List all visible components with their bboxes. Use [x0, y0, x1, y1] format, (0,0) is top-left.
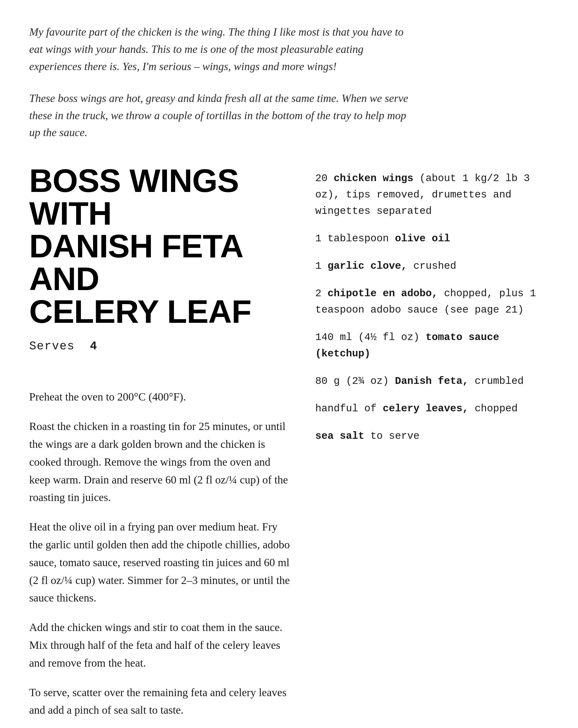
recipe-title-line2: DANISH FETA AND — [29, 228, 242, 297]
ingredient-quantity-6: handful of — [315, 403, 383, 415]
ingredient-quantity-2: 1 — [315, 260, 328, 272]
ingredient-list: 20 chicken wings (about 1 kg/2 lb 3 oz),… — [315, 170, 549, 444]
ingredient-item-7: sea salt to serve — [315, 428, 549, 444]
serves-line: Serves 4 — [29, 340, 292, 353]
ingredient-bold-3: chipotle en adobo, — [328, 288, 438, 300]
instruction-paragraph-2: Heat the olive oil in a frying pan over … — [29, 518, 292, 607]
instruction-paragraph-1: Roast the chicken in a roasting tin for … — [29, 417, 292, 506]
ingredient-item-3: 2 chipotle en adobo, chopped, plus 1 tea… — [315, 285, 549, 318]
ingredient-item-5: 80 g (2¾ oz) Danish feta, crumbled — [315, 373, 549, 389]
serves-label: Serves — [29, 340, 75, 353]
ingredient-rest-5: crumbled — [469, 375, 524, 387]
intro-paragraph-1: My favourite part of the chicken is the … — [29, 23, 409, 75]
ingredient-bold-1: olive oil — [395, 233, 450, 244]
ingredient-bold-7: sea salt — [315, 430, 364, 442]
recipe-title: BOSS WINGS WITH DANISH FETA AND CELERY L… — [29, 164, 292, 328]
ingredient-bold-2: garlic clove, — [328, 260, 407, 272]
ingredient-item-4: 140 ml (4½ fl oz) tomato sauce (ketchup) — [315, 329, 549, 362]
ingredient-quantity-4: 140 ml (4½ fl oz) — [315, 332, 425, 343]
recipe-title-line1: BOSS WINGS WITH — [29, 162, 239, 232]
ingredient-bold-5: Danish feta, — [395, 375, 469, 387]
recipe-title-line3: CELERY LEAF — [29, 293, 251, 330]
ingredient-bold-6: celery leaves, — [383, 403, 469, 415]
ingredient-rest-2: crushed — [407, 260, 456, 272]
ingredient-quantity-0: 20 — [315, 173, 334, 184]
ingredient-rest-7: to serve — [364, 430, 419, 442]
ingredient-item-0: 20 chicken wings (about 1 kg/2 lb 3 oz),… — [315, 170, 549, 219]
left-column: BOSS WINGS WITH DANISH FETA AND CELERY L… — [29, 164, 292, 728]
instructions: Preheat the oven to 200°C (400°F).Roast … — [29, 388, 292, 719]
ingredient-item-6: handful of celery leaves, chopped — [315, 400, 549, 417]
main-content: BOSS WINGS WITH DANISH FETA AND CELERY L… — [29, 164, 549, 728]
ingredient-quantity-1: 1 tablespoon — [315, 233, 395, 244]
serves-value: 4 — [90, 340, 98, 353]
ingredient-bold-0: chicken wings — [334, 173, 413, 184]
instruction-paragraph-3: Add the chicken wings and stir to coat t… — [29, 619, 292, 672]
ingredient-quantity-5: 80 g (2¾ oz) — [315, 375, 395, 387]
instruction-paragraph-0: Preheat the oven to 200°C (400°F). — [29, 388, 292, 406]
ingredient-quantity-3: 2 — [315, 288, 328, 300]
ingredient-item-2: 1 garlic clove, crushed — [315, 258, 549, 274]
ingredient-item-1: 1 tablespoon olive oil — [315, 231, 549, 247]
right-column: 20 chicken wings (about 1 kg/2 lb 3 oz),… — [315, 164, 549, 456]
ingredient-rest-6: chopped — [469, 403, 518, 415]
intro-section: My favourite part of the chicken is the … — [29, 23, 409, 141]
instruction-paragraph-4: To serve, scatter over the remaining fet… — [29, 683, 292, 719]
intro-paragraph-2: These boss wings are hot, greasy and kin… — [29, 90, 409, 141]
